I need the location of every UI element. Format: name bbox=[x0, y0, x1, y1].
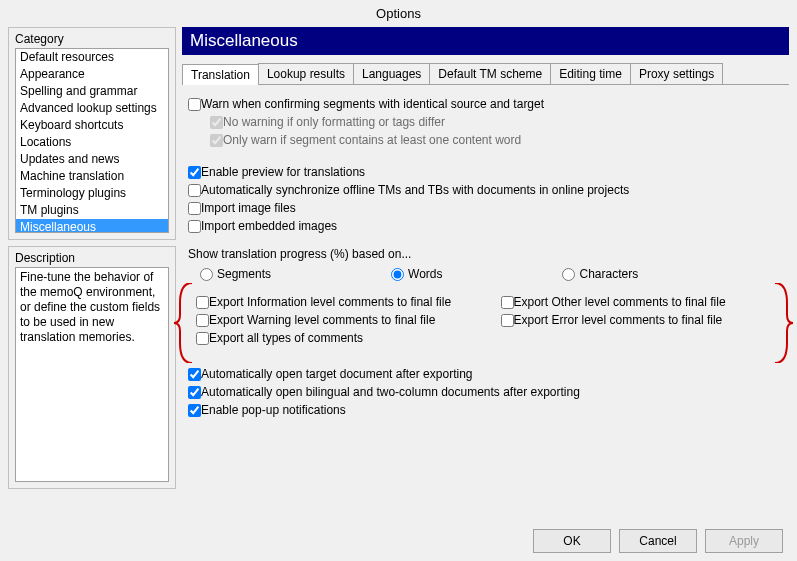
description-label: Description bbox=[15, 251, 169, 265]
auto-open-target-checkbox[interactable] bbox=[188, 368, 201, 381]
warn-sub1-checkbox bbox=[210, 116, 223, 129]
export-warning-checkbox[interactable] bbox=[196, 314, 209, 327]
export-other-label: Export Other level comments to final fil… bbox=[514, 295, 726, 309]
tab-editing-time[interactable]: Editing time bbox=[550, 63, 631, 84]
category-item[interactable]: Miscellaneous bbox=[16, 219, 168, 233]
export-other-checkbox[interactable] bbox=[501, 296, 514, 309]
tab-lookup-results[interactable]: Lookup results bbox=[258, 63, 354, 84]
category-item[interactable]: Terminology plugins bbox=[16, 185, 168, 202]
tab-translation[interactable]: Translation bbox=[182, 64, 259, 85]
category-item[interactable]: Updates and news bbox=[16, 151, 168, 168]
category-item[interactable]: Keyboard shortcuts bbox=[16, 117, 168, 134]
window-title: Options bbox=[0, 0, 797, 27]
category-item[interactable]: Appearance bbox=[16, 66, 168, 83]
auto-sync-label: Automatically synchronize offline TMs an… bbox=[201, 183, 629, 197]
category-item[interactable]: Locations bbox=[16, 134, 168, 151]
export-all-label: Export all types of comments bbox=[209, 331, 363, 345]
enable-popup-checkbox[interactable] bbox=[188, 404, 201, 417]
enable-popup-label: Enable pop-up notifications bbox=[201, 403, 346, 417]
import-embedded-checkbox[interactable] bbox=[188, 220, 201, 233]
import-image-label: Import image files bbox=[201, 201, 296, 215]
export-info-label: Export Information level comments to fin… bbox=[209, 295, 451, 309]
export-all-checkbox[interactable] bbox=[196, 332, 209, 345]
enable-preview-checkbox[interactable] bbox=[188, 166, 201, 179]
progress-radio-group: Segments Words Characters bbox=[200, 267, 783, 281]
radio-segments[interactable] bbox=[200, 268, 213, 281]
category-item[interactable]: Machine translation bbox=[16, 168, 168, 185]
tab-languages[interactable]: Languages bbox=[353, 63, 430, 84]
category-item[interactable]: Default resources bbox=[16, 49, 168, 66]
page-header: Miscellaneous bbox=[182, 27, 789, 55]
export-warning-label: Export Warning level comments to final f… bbox=[209, 313, 435, 327]
radio-segments-label: Segments bbox=[217, 267, 271, 281]
warn-sub1-label: No warning if only formatting or tags di… bbox=[223, 115, 445, 129]
auto-open-bilingual-label: Automatically open bilingual and two-col… bbox=[201, 385, 580, 399]
tab-proxy-settings[interactable]: Proxy settings bbox=[630, 63, 723, 84]
bracket-right-icon bbox=[773, 283, 793, 363]
apply-button: Apply bbox=[705, 529, 783, 553]
tabstrip: TranslationLookup resultsLanguagesDefaul… bbox=[182, 63, 789, 85]
bracket-left-icon bbox=[174, 283, 194, 363]
warn-sub2-checkbox bbox=[210, 134, 223, 147]
radio-characters-label: Characters bbox=[579, 267, 638, 281]
category-item[interactable]: Spelling and grammar bbox=[16, 83, 168, 100]
radio-words-label: Words bbox=[408, 267, 442, 281]
category-group: Category Default resourcesAppearanceSpel… bbox=[8, 27, 176, 240]
auto-open-bilingual-checkbox[interactable] bbox=[188, 386, 201, 399]
import-image-checkbox[interactable] bbox=[188, 202, 201, 215]
auto-sync-checkbox[interactable] bbox=[188, 184, 201, 197]
radio-characters[interactable] bbox=[562, 268, 575, 281]
enable-preview-label: Enable preview for translations bbox=[201, 165, 365, 179]
ok-button[interactable]: OK bbox=[533, 529, 611, 553]
import-embedded-label: Import embedded images bbox=[201, 219, 337, 233]
auto-open-target-label: Automatically open target document after… bbox=[201, 367, 473, 381]
description-group: Description Fine-tune the behavior of th… bbox=[8, 246, 176, 489]
cancel-button[interactable]: Cancel bbox=[619, 529, 697, 553]
description-text: Fine-tune the behavior of the memoQ envi… bbox=[15, 267, 169, 482]
radio-words[interactable] bbox=[391, 268, 404, 281]
warn-identical-label: Warn when confirming segments with ident… bbox=[201, 97, 544, 111]
category-item[interactable]: TM plugins bbox=[16, 202, 168, 219]
progress-label: Show translation progress (%) based on..… bbox=[188, 247, 783, 261]
export-error-checkbox[interactable] bbox=[501, 314, 514, 327]
category-listbox[interactable]: Default resourcesAppearanceSpelling and … bbox=[15, 48, 169, 233]
tab-default-tm-scheme[interactable]: Default TM scheme bbox=[429, 63, 551, 84]
category-item[interactable]: Advanced lookup settings bbox=[16, 100, 168, 117]
export-error-label: Export Error level comments to final fil… bbox=[514, 313, 723, 327]
export-info-checkbox[interactable] bbox=[196, 296, 209, 309]
category-label: Category bbox=[15, 32, 169, 46]
warn-sub2-label: Only warn if segment contains at least o… bbox=[223, 133, 521, 147]
warn-identical-checkbox[interactable] bbox=[188, 98, 201, 111]
